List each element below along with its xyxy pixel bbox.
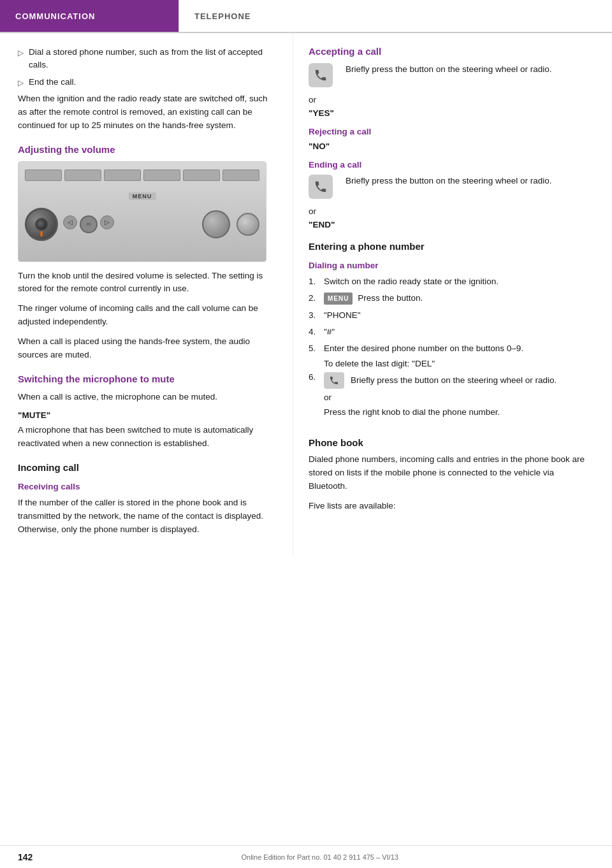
ending-heading: Ending a call: [309, 160, 594, 170]
console-btn-6: [222, 170, 259, 181]
step-3: 3. "PHONE": [309, 309, 594, 322]
step6-text: Briefly press the button on the steering…: [351, 375, 557, 385]
menu-button-inline: MENU: [324, 293, 353, 305]
phone-book-heading: Phone book: [309, 437, 594, 448]
tab-label: TELEPHONE: [194, 11, 251, 21]
left-arrow: ◁: [63, 215, 77, 229]
bullet-item-1: ▷ Dial a stored phone number, such as fr…: [18, 46, 277, 72]
rejecting-heading: Rejecting a call: [309, 127, 594, 136]
step-1: 1. Switch on the radio ready state or th…: [309, 275, 594, 288]
communication-label: COMMUNICATION: [15, 11, 95, 21]
step6-phone-svg: [329, 375, 339, 386]
dialing-steps: 1. Switch on the radio ready state or th…: [309, 275, 594, 355]
console-btn-2: [64, 170, 101, 181]
page-number: 142: [18, 852, 33, 862]
center-nav: m: [80, 215, 98, 233]
console-btn-1: [25, 170, 62, 181]
incoming-heading: Incoming call: [18, 462, 277, 473]
five-lists-text: Five lists are available:: [309, 500, 594, 513]
mute-body2: A microphone that has been switched to m…: [18, 424, 277, 451]
step-6-row: 6. Briefly press the button on the steer…: [309, 372, 594, 426]
bullet-arrow-2: ▷: [18, 77, 24, 89]
mute-heading: Switching the microphone to mute: [18, 373, 277, 384]
or3: or: [324, 393, 557, 402]
console-main-area: ◁ m ▷: [25, 190, 259, 249]
knob-indicator: [41, 231, 43, 236]
step6-num: 6.: [309, 372, 319, 382]
no-text: "NO": [309, 141, 594, 151]
or1: or: [309, 95, 594, 105]
volume-console-image: MENU ◁ m ▷: [18, 161, 266, 262]
ending-row: Briefly press the button on the steering…: [309, 175, 594, 201]
left-column: ▷ Dial a stored phone number, such as fr…: [0, 33, 293, 556]
step-2: 2. MENU Press the button.: [309, 292, 594, 305]
phone-book-text: Dialed phone numbers, incoming calls and…: [309, 453, 594, 493]
mute-body1: When a call is active, the microphone ca…: [18, 391, 277, 404]
volume-knob-inner: [35, 218, 48, 231]
step6-alt: Press the right knob to dial the phone n…: [324, 406, 557, 419]
page-footer: 142 Online Edition for Part no. 01 40 2 …: [0, 845, 612, 868]
intro-paragraph: When the ignition and the radio ready st…: [18, 92, 277, 133]
receiving-body: If the number of the caller is stored in…: [18, 496, 277, 537]
right-knob-large: [202, 210, 230, 238]
header-communication: COMMUNICATION: [0, 0, 178, 32]
volume-body1: Turn the knob until the desired volume i…: [18, 270, 277, 296]
footer-text: Online Edition for Part no. 01 40 2 911 …: [45, 853, 594, 861]
main-content: ▷ Dial a stored phone number, such as fr…: [0, 33, 612, 556]
console-btn-4: [143, 170, 180, 181]
right-knob-small: [237, 213, 259, 236]
dialing-sub: Dialing a number: [309, 261, 594, 270]
receiving-sub: Receiving calls: [18, 482, 277, 491]
right-knobs: [202, 210, 259, 238]
bullet-text-1: Dial a stored phone number, such as from…: [29, 46, 277, 72]
end-call-icon: [309, 175, 333, 199]
accepting-row: Briefly press the button on the steering…: [309, 63, 594, 90]
accept-call-icon: [309, 63, 333, 87]
phone-svg: [314, 68, 328, 82]
mute-keyword: "MUTE": [18, 410, 277, 420]
bullet-item-2: ▷ End the call.: [18, 76, 277, 89]
accepting-text: Briefly press the button on the steering…: [346, 63, 551, 76]
page-header: COMMUNICATION TELEPHONE: [0, 0, 612, 33]
volume-body3: When a call is placed using the hands-fr…: [18, 335, 277, 362]
console-body: MENU ◁ m ▷: [18, 162, 266, 261]
console-top-buttons: [25, 170, 259, 181]
right-arrow: ▷: [100, 215, 114, 229]
end-text: "END": [309, 220, 594, 229]
accepting-heading: Accepting a call: [309, 46, 594, 57]
step-4: 4. "#": [309, 326, 594, 338]
step6-phone-icon: [324, 372, 344, 389]
yes-text: "YES": [309, 108, 594, 118]
step-5: 5. Enter the desired phone number on the…: [309, 342, 594, 355]
or2: or: [309, 206, 594, 216]
bullet-text-2: End the call.: [29, 76, 76, 89]
entering-heading: Entering a phone number: [309, 241, 594, 252]
console-btn-5: [183, 170, 220, 181]
header-telephone: TELEPHONE: [178, 0, 266, 32]
right-column: Accepting a call Briefly press the butto…: [293, 33, 612, 556]
volume-knob: [25, 208, 58, 241]
ending-text: Briefly press the button on the steering…: [346, 175, 551, 188]
left-controls: [25, 208, 58, 241]
adjusting-heading: Adjusting the volume: [18, 144, 277, 155]
volume-body2: The ringer volume of incoming calls and …: [18, 302, 277, 329]
bullet-arrow-1: ▷: [18, 47, 24, 72]
phone-end-svg: [314, 180, 328, 194]
delete-note: To delete the last digit: "DEL": [324, 359, 594, 368]
side-arrows: ◁ m ▷: [63, 215, 114, 233]
console-btn-3: [104, 170, 141, 181]
